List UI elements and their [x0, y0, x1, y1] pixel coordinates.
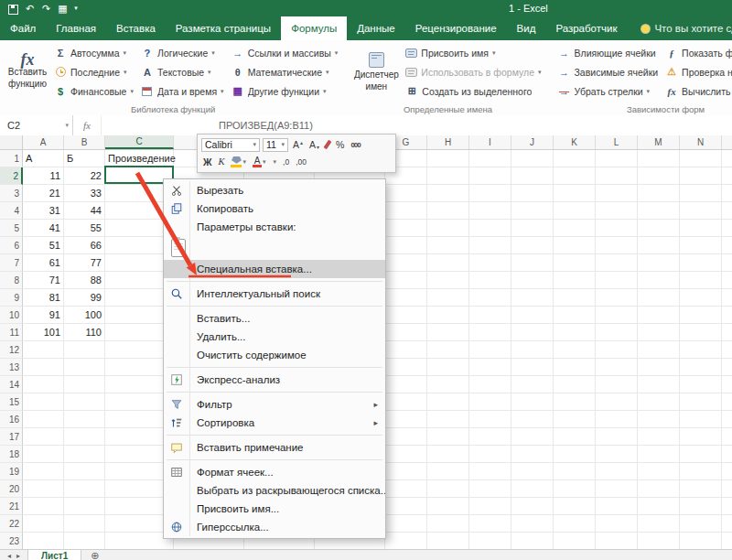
cell-K6[interactable] [554, 237, 596, 254]
tab-insert[interactable]: Вставка [106, 16, 166, 40]
cell-A19[interactable] [23, 463, 64, 480]
column-header-N[interactable]: N [680, 135, 722, 149]
cell-L13[interactable] [596, 359, 638, 376]
cell-A4[interactable]: 31 [23, 202, 64, 220]
cell-H11[interactable] [427, 324, 469, 341]
cell-J21[interactable] [511, 498, 554, 515]
cell-M12[interactable] [638, 341, 680, 359]
cell-J1[interactable] [511, 150, 554, 167]
cell-M9[interactable] [638, 289, 680, 307]
cell-I12[interactable] [469, 341, 511, 359]
cell-O2[interactable] [722, 167, 732, 185]
cell-K8[interactable] [554, 272, 596, 289]
row-header-8[interactable]: 8 [0, 272, 23, 289]
cell-K16[interactable] [554, 411, 596, 428]
table-quick-button[interactable]: ▦ [55, 0, 70, 16]
cell-H3[interactable] [427, 185, 469, 202]
cell-K17[interactable] [554, 428, 596, 446]
cell-K20[interactable] [554, 480, 596, 498]
tab-formulas[interactable]: Формулы [281, 16, 347, 40]
cell-K12[interactable] [554, 341, 596, 359]
cell-H23[interactable] [427, 533, 469, 549]
cell-G17[interactable] [385, 428, 427, 446]
cell-G19[interactable] [385, 463, 427, 480]
column-header-I[interactable]: I [469, 135, 511, 149]
cell-L9[interactable] [596, 289, 638, 307]
cell-K10[interactable] [554, 307, 596, 324]
menu-item-quick-analysis[interactable]: Экспресс-анализ [164, 371, 385, 389]
cell-L2[interactable] [596, 167, 638, 185]
cell-H17[interactable] [427, 428, 469, 446]
cell-A11[interactable]: 101 [23, 324, 64, 341]
cell-N21[interactable] [680, 498, 722, 515]
cell-O18[interactable] [722, 446, 732, 463]
format-painter-button[interactable] [324, 140, 331, 149]
cell-G18[interactable] [385, 446, 427, 463]
save-button[interactable] [5, 0, 21, 16]
column-header-A[interactable]: A [23, 135, 64, 149]
borders-button[interactable]: ▾ [271, 158, 279, 166]
cell-J4[interactable] [511, 202, 554, 220]
cell-N6[interactable] [680, 237, 722, 254]
cell-L23[interactable] [596, 533, 638, 549]
cell-O19[interactable] [722, 463, 732, 480]
create-from-selection-button[interactable]: ⊞ Создать из выделенного [402, 81, 544, 101]
cell-G9[interactable] [385, 289, 427, 307]
cell-A5[interactable]: 41 [23, 220, 64, 237]
tell-me-box[interactable]: Что вы хотите сделать? [641, 16, 732, 40]
cell-L5[interactable] [596, 220, 638, 237]
cell-J7[interactable] [511, 254, 554, 272]
cell-H2[interactable] [427, 167, 469, 185]
cell-B14[interactable] [64, 376, 105, 393]
cell-J10[interactable] [511, 307, 554, 324]
cell-I1[interactable] [469, 150, 511, 167]
sheet-tab-active[interactable]: Лист1 [27, 550, 81, 560]
cell-H19[interactable] [427, 463, 469, 480]
cell-O7[interactable] [722, 254, 732, 272]
financial-button[interactable]: $ Финансовые ▾ [50, 81, 137, 101]
cell-B4[interactable]: 44 [64, 202, 105, 220]
cell-N18[interactable] [680, 446, 722, 463]
column-header-L[interactable]: L [596, 135, 638, 149]
menu-item-insert-comment[interactable]: Вставить примечание [164, 438, 385, 457]
cell-B20[interactable] [64, 480, 105, 498]
cell-N23[interactable] [680, 533, 722, 549]
cell-N15[interactable] [680, 393, 722, 411]
row-header-5[interactable]: 5 [0, 220, 23, 237]
cell-N13[interactable] [680, 359, 722, 376]
cell-K19[interactable] [554, 463, 596, 480]
cell-O11[interactable] [722, 324, 732, 341]
cell-M7[interactable] [638, 254, 680, 272]
cell-A15[interactable] [23, 393, 64, 411]
cell-L3[interactable] [596, 185, 638, 202]
cell-G7[interactable] [385, 254, 427, 272]
cell-M8[interactable] [638, 272, 680, 289]
cell-N17[interactable] [680, 428, 722, 446]
remove-arrows-button[interactable]: → Убрать стрелки ▾ [554, 81, 662, 101]
cell-L12[interactable] [596, 341, 638, 359]
tab-file[interactable]: Файл [0, 16, 46, 40]
cell-O14[interactable] [722, 376, 732, 393]
new-sheet-button[interactable]: ⊕ [91, 550, 99, 560]
cell-M20[interactable] [638, 480, 680, 498]
cell-G13[interactable] [385, 359, 427, 376]
cell-A20[interactable] [23, 480, 64, 498]
cell-G15[interactable] [385, 393, 427, 411]
name-manager-button[interactable]: Диспетчер имен [350, 43, 402, 100]
row-header-15[interactable]: 15 [0, 393, 23, 411]
column-header-K[interactable]: K [554, 135, 596, 149]
datetime-button[interactable]: Дата и время ▾ [137, 81, 228, 101]
cell-N9[interactable] [680, 289, 722, 307]
autosum-button[interactable]: Σ Автосумма ▾ [50, 43, 137, 62]
cell-A13[interactable] [23, 359, 64, 376]
row-header-23[interactable]: 23 [0, 533, 23, 549]
cell-M4[interactable] [638, 202, 680, 220]
cell-H7[interactable] [427, 254, 469, 272]
cell-M11[interactable] [638, 324, 680, 341]
cell-A1[interactable]: A [23, 150, 64, 167]
cell-O23[interactable] [722, 533, 732, 549]
cell-O9[interactable] [722, 289, 732, 307]
cell-A8[interactable]: 71 [23, 272, 64, 289]
undo-button[interactable]: ↶ [22, 0, 38, 16]
menu-item-copy[interactable]: Копировать [164, 199, 385, 218]
